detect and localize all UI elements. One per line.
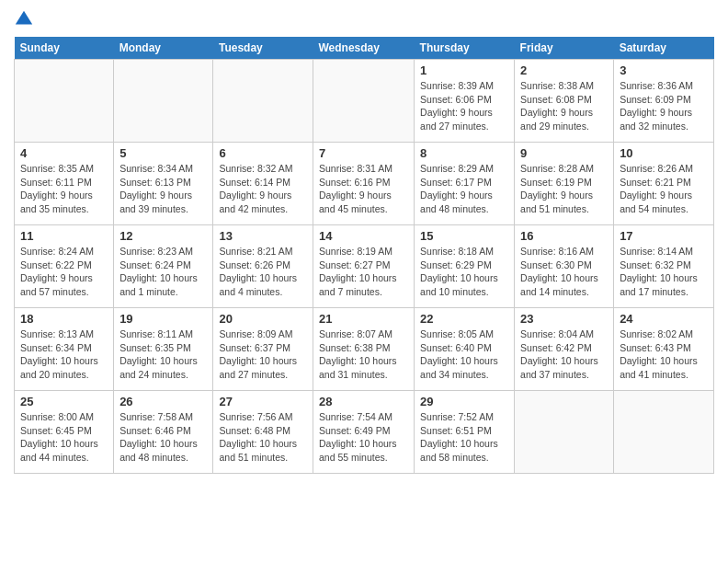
day-info: Sunrise: 8:02 AMSunset: 6:43 PMDaylight:… <box>620 327 708 382</box>
day-number: 18 <box>20 312 108 326</box>
calendar-cell: 6Sunrise: 8:32 AMSunset: 6:14 PMDaylight… <box>213 143 313 225</box>
day-info: Sunrise: 8:18 AMSunset: 6:29 PMDaylight:… <box>420 245 508 299</box>
calendar-cell: 20Sunrise: 8:09 AMSunset: 6:37 PMDayligh… <box>213 308 313 391</box>
day-headers-row: SundayMondayTuesdayWednesdayThursdayFrid… <box>15 37 714 60</box>
day-number: 4 <box>20 146 108 160</box>
day-number: 10 <box>620 146 708 160</box>
calendar-cell: 2Sunrise: 8:38 AMSunset: 6:08 PMDaylight… <box>515 60 614 143</box>
day-number: 21 <box>319 312 408 326</box>
day-info: Sunrise: 8:38 AMSunset: 6:08 PMDaylight:… <box>520 79 608 133</box>
day-number: 12 <box>119 229 207 243</box>
day-number: 11 <box>20 229 108 243</box>
day-number: 15 <box>420 229 508 243</box>
calendar-cell: 8Sunrise: 8:29 AMSunset: 6:17 PMDaylight… <box>415 143 515 225</box>
day-number: 5 <box>119 146 207 160</box>
calendar-cell: 3Sunrise: 8:36 AMSunset: 6:09 PMDaylight… <box>614 60 714 143</box>
day-number: 9 <box>520 146 608 160</box>
column-header-saturday: Saturday <box>614 37 714 60</box>
day-info: Sunrise: 8:09 AMSunset: 6:37 PMDaylight:… <box>219 327 307 382</box>
day-info: Sunrise: 8:31 AMSunset: 6:16 PMDaylight:… <box>319 162 408 216</box>
calendar-cell: 7Sunrise: 8:31 AMSunset: 6:16 PMDaylight… <box>313 143 414 225</box>
day-number: 24 <box>620 312 708 326</box>
calendar-cell: 29Sunrise: 7:52 AMSunset: 6:51 PMDayligh… <box>415 391 515 474</box>
calendar-cell <box>114 60 213 143</box>
day-info: Sunrise: 8:28 AMSunset: 6:19 PMDaylight:… <box>520 162 608 216</box>
calendar-cell: 4Sunrise: 8:35 AMSunset: 6:11 PMDaylight… <box>15 143 114 225</box>
calendar-cell: 27Sunrise: 7:56 AMSunset: 6:48 PMDayligh… <box>213 391 313 474</box>
column-header-sunday: Sunday <box>15 37 114 60</box>
day-info: Sunrise: 8:21 AMSunset: 6:26 PMDaylight:… <box>219 245 307 299</box>
calendar-cell <box>313 60 414 143</box>
day-info: Sunrise: 8:23 AMSunset: 6:24 PMDaylight:… <box>119 245 207 299</box>
day-number: 20 <box>219 312 307 326</box>
day-info: Sunrise: 8:11 AMSunset: 6:35 PMDaylight:… <box>119 327 207 382</box>
calendar-cell: 25Sunrise: 8:00 AMSunset: 6:45 PMDayligh… <box>15 391 114 474</box>
day-number: 8 <box>420 146 508 160</box>
calendar-cell: 19Sunrise: 8:11 AMSunset: 6:35 PMDayligh… <box>114 308 213 391</box>
day-number: 14 <box>319 229 408 243</box>
week-row-2: 4Sunrise: 8:35 AMSunset: 6:11 PMDaylight… <box>15 143 714 225</box>
day-info: Sunrise: 7:56 AMSunset: 6:48 PMDaylight:… <box>219 410 307 465</box>
column-header-tuesday: Tuesday <box>213 37 313 60</box>
week-row-5: 25Sunrise: 8:00 AMSunset: 6:45 PMDayligh… <box>15 391 714 474</box>
day-info: Sunrise: 8:26 AMSunset: 6:21 PMDaylight:… <box>620 162 708 216</box>
column-header-thursday: Thursday <box>415 37 515 60</box>
day-info: Sunrise: 8:35 AMSunset: 6:11 PMDaylight:… <box>20 162 108 216</box>
day-info: Sunrise: 8:07 AMSunset: 6:38 PMDaylight:… <box>319 327 408 382</box>
day-number: 22 <box>420 312 508 326</box>
calendar-cell: 9Sunrise: 8:28 AMSunset: 6:19 PMDaylight… <box>515 143 614 225</box>
day-info: Sunrise: 8:14 AMSunset: 6:32 PMDaylight:… <box>620 245 708 299</box>
calendar-cell <box>614 391 714 474</box>
day-info: Sunrise: 7:58 AMSunset: 6:46 PMDaylight:… <box>119 410 207 465</box>
day-info: Sunrise: 8:24 AMSunset: 6:22 PMDaylight:… <box>20 245 108 299</box>
day-info: Sunrise: 8:19 AMSunset: 6:27 PMDaylight:… <box>319 245 408 299</box>
day-info: Sunrise: 7:52 AMSunset: 6:51 PMDaylight:… <box>420 410 508 465</box>
calendar-cell: 14Sunrise: 8:19 AMSunset: 6:27 PMDayligh… <box>313 225 414 308</box>
calendar-cell: 15Sunrise: 8:18 AMSunset: 6:29 PMDayligh… <box>415 225 515 308</box>
calendar-cell: 16Sunrise: 8:16 AMSunset: 6:30 PMDayligh… <box>515 225 614 308</box>
calendar-cell: 13Sunrise: 8:21 AMSunset: 6:26 PMDayligh… <box>213 225 313 308</box>
day-number: 7 <box>319 146 408 160</box>
calendar-cell: 1Sunrise: 8:39 AMSunset: 6:06 PMDaylight… <box>415 60 515 143</box>
week-row-4: 18Sunrise: 8:13 AMSunset: 6:34 PMDayligh… <box>15 308 714 391</box>
day-info: Sunrise: 8:36 AMSunset: 6:09 PMDaylight:… <box>620 79 708 133</box>
calendar-cell <box>515 391 614 474</box>
day-number: 29 <box>420 395 508 408</box>
day-info: Sunrise: 8:04 AMSunset: 6:42 PMDaylight:… <box>520 327 608 382</box>
column-header-wednesday: Wednesday <box>313 37 414 60</box>
calendar-cell: 10Sunrise: 8:26 AMSunset: 6:21 PMDayligh… <box>614 143 714 225</box>
day-info: Sunrise: 8:13 AMSunset: 6:34 PMDaylight:… <box>20 327 108 382</box>
week-row-1: 1Sunrise: 8:39 AMSunset: 6:06 PMDaylight… <box>15 60 714 143</box>
calendar-cell: 5Sunrise: 8:34 AMSunset: 6:13 PMDaylight… <box>114 143 213 225</box>
week-row-3: 11Sunrise: 8:24 AMSunset: 6:22 PMDayligh… <box>15 225 714 308</box>
day-number: 23 <box>520 312 608 326</box>
calendar-cell: 28Sunrise: 7:54 AMSunset: 6:49 PMDayligh… <box>313 391 414 474</box>
calendar-cell <box>15 60 114 143</box>
day-number: 28 <box>319 395 408 408</box>
day-number: 13 <box>219 229 307 243</box>
svg-marker-0 <box>16 11 32 25</box>
day-number: 6 <box>219 146 307 160</box>
calendar-cell: 24Sunrise: 8:02 AMSunset: 6:43 PMDayligh… <box>614 308 714 391</box>
calendar-cell: 11Sunrise: 8:24 AMSunset: 6:22 PMDayligh… <box>15 225 114 308</box>
day-info: Sunrise: 8:39 AMSunset: 6:06 PMDaylight:… <box>420 79 508 133</box>
day-number: 16 <box>520 229 608 243</box>
day-number: 25 <box>20 395 108 408</box>
calendar-cell: 12Sunrise: 8:23 AMSunset: 6:24 PMDayligh… <box>114 225 213 308</box>
day-number: 19 <box>119 312 207 326</box>
day-info: Sunrise: 8:32 AMSunset: 6:14 PMDaylight:… <box>219 162 307 216</box>
logo-icon <box>14 9 34 29</box>
day-number: 26 <box>119 395 207 408</box>
day-info: Sunrise: 8:16 AMSunset: 6:30 PMDaylight:… <box>520 245 608 299</box>
day-info: Sunrise: 8:00 AMSunset: 6:45 PMDaylight:… <box>20 410 108 465</box>
day-number: 27 <box>219 395 307 408</box>
day-number: 17 <box>620 229 708 243</box>
day-number: 1 <box>420 63 508 77</box>
calendar-cell: 17Sunrise: 8:14 AMSunset: 6:32 PMDayligh… <box>614 225 714 308</box>
day-number: 2 <box>520 63 608 77</box>
calendar-cell: 23Sunrise: 8:04 AMSunset: 6:42 PMDayligh… <box>515 308 614 391</box>
calendar-cell <box>213 60 313 143</box>
column-header-monday: Monday <box>114 37 213 60</box>
day-number: 3 <box>620 63 708 77</box>
calendar-cell: 18Sunrise: 8:13 AMSunset: 6:34 PMDayligh… <box>15 308 114 391</box>
